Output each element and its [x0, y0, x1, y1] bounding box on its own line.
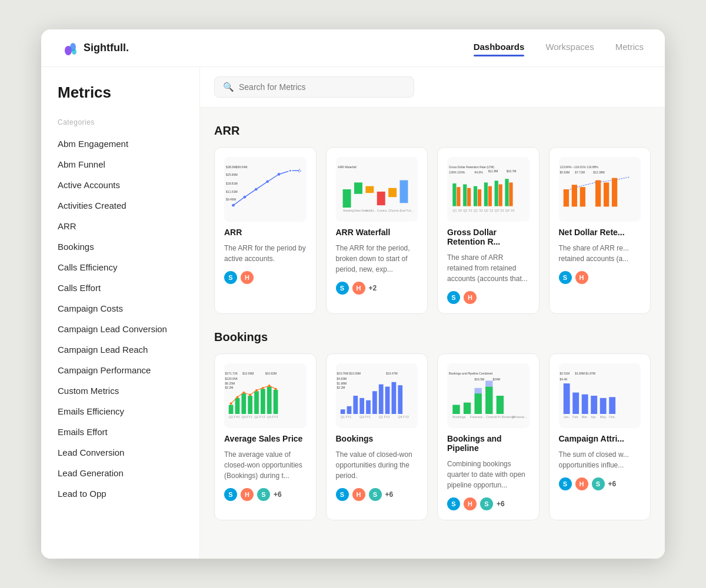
card-bap[interactable]: Bookings and Pipeline Combined $16.5M $2…	[437, 353, 540, 520]
nav-workspaces[interactable]: Workspaces	[545, 42, 594, 54]
icon-salesforce-2: S	[336, 282, 349, 295]
svg-text:Apr.: Apr.	[591, 415, 597, 419]
sidebar-item-abm-funnel[interactable]: Abm Funnel	[58, 154, 199, 175]
svg-rect-38	[478, 189, 481, 206]
card-bookings-chart: $19.76M $10.93M $10.47M $4.63M $1.98M $2…	[336, 363, 418, 428]
svg-text:Q1 FY1: Q1 FY1	[340, 415, 351, 419]
svg-rect-128	[600, 398, 606, 414]
svg-text:$12.38M: $12.38M	[593, 171, 605, 174]
card-gdr-name: Gross Dollar Retention R...	[447, 228, 530, 246]
svg-text:$10.62M: $10.62M	[265, 372, 277, 375]
card-asp[interactable]: $271.72K $12.93M $10.62M $220.95K $6.25M…	[214, 353, 317, 520]
svg-rect-71	[254, 391, 259, 414]
sidebar-item-lead-to-opp[interactable]: Lead to Opp	[58, 483, 199, 504]
svg-point-80	[262, 387, 264, 389]
svg-text:$25.96M: $25.96M	[226, 173, 238, 176]
svg-rect-39	[484, 182, 488, 206]
sidebar-item-custom-metrics[interactable]: Custom Metrics	[58, 380, 199, 401]
svg-text:Q1 FY2: Q1 FY2	[378, 415, 389, 419]
svg-rect-21	[399, 181, 408, 203]
svg-rect-93	[347, 406, 351, 414]
svg-point-78	[249, 394, 251, 396]
svg-rect-16	[342, 189, 351, 208]
card-ndr-icons: S H	[559, 271, 641, 284]
card-bookings-plus: +6	[385, 490, 394, 499]
card-arr-waterfall-plus: +2	[369, 284, 377, 292]
logo-icon	[62, 40, 79, 56]
card-arr-icons: S H	[224, 271, 307, 284]
search-input-wrap[interactable]: 🔍	[214, 76, 414, 98]
icon-s-ca: S	[592, 477, 605, 490]
search-bar: 🔍	[200, 67, 665, 108]
svg-text:$4.63M: $4.63M	[337, 377, 347, 380]
sidebar-item-calls-effort[interactable]: Calls Effort	[58, 278, 199, 298]
svg-text:123.84% ~119.01% 119.88%: 123.84% ~119.01% 119.88%	[560, 165, 598, 169]
svg-rect-129	[609, 397, 615, 414]
svg-text:Jan..: Jan..	[563, 415, 570, 419]
sidebar-item-campaign-lead-conversion[interactable]: Campaign Lead Conversion	[58, 319, 199, 339]
icon-sf-bk: S	[336, 488, 349, 501]
svg-text:$6.25M: $6.25M	[225, 382, 235, 385]
sidebar-item-lead-conversion[interactable]: Lead Conversion	[58, 442, 199, 463]
icon-sf-bap: S	[447, 497, 460, 510]
svg-rect-96	[366, 400, 371, 414]
svg-text:Q1 '20: Q1 '20	[452, 209, 462, 212]
svg-rect-125	[572, 393, 579, 414]
nav-dashboards[interactable]: Dashboards	[474, 42, 525, 54]
card-bookings[interactable]: $19.76M $10.93M $10.47M $4.63M $1.98M $2…	[326, 353, 428, 520]
section-arr-title: ARR	[214, 124, 651, 138]
svg-rect-55	[563, 189, 568, 206]
sidebar-item-campaign-lead-reach[interactable]: Campaign Lead Reach	[58, 339, 199, 360]
sidebar-item-bookings[interactable]: Bookings	[58, 236, 199, 257]
nav-metrics[interactable]: Metrics	[615, 42, 644, 54]
svg-text:94.0%: 94.0%	[475, 171, 484, 174]
sidebar-item-activities-created[interactable]: Activities Created	[58, 195, 199, 216]
svg-text:$11.53M: $11.53M	[226, 190, 238, 193]
svg-rect-40	[488, 186, 492, 206]
sidebar-item-active-accounts[interactable]: Active Accounts	[58, 175, 199, 195]
svg-text:$4.4K: $4.4K	[560, 377, 568, 381]
icon-s-bk: S	[369, 488, 382, 501]
svg-text:Mar.: Mar.	[581, 415, 588, 419]
svg-rect-113	[485, 387, 492, 415]
svg-rect-115	[497, 396, 504, 414]
svg-rect-97	[372, 391, 377, 414]
card-arr-waterfall-desc: The ARR for the period, broken down to s…	[336, 243, 418, 275]
svg-text:Q4 '23: Q4 '23	[505, 209, 514, 212]
icon-s-asp: S	[257, 488, 270, 501]
card-campaign-attr[interactable]: $2.51M $1.88M $1.87M $4.4K Jan..	[549, 353, 651, 520]
sidebar-item-arr[interactable]: ARR	[58, 216, 199, 236]
svg-rect-101	[398, 385, 402, 414]
sidebar-item-emails-effort[interactable]: Emails Effort	[58, 422, 199, 442]
sidebar-item-calls-efficiency[interactable]: Calls Efficiency	[58, 257, 199, 278]
sidebar-item-emails-efficiency[interactable]: Emails Efficiency	[58, 401, 199, 422]
svg-text:$10.47M: $10.47M	[386, 372, 398, 375]
bookings-cards-row: $271.72K $12.93M $10.62M $220.95K $6.25M…	[214, 353, 651, 520]
svg-point-12	[278, 173, 281, 176]
icon-hubspot-4: H	[575, 271, 588, 284]
svg-text:Q2 '21: Q2 '21	[463, 209, 472, 212]
svg-text:Feb.: Feb.	[609, 415, 615, 419]
card-arr[interactable]: $38.0M$36.04M $25.96M $18.81M $11.53M $9…	[214, 147, 317, 314]
svg-point-11	[266, 181, 269, 183]
card-arr-waterfall[interactable]: ARR Waterfall Starting New New Ad	[326, 147, 428, 314]
sidebar-item-campaign-costs[interactable]: Campaign Costs	[58, 298, 199, 319]
svg-rect-60	[611, 178, 617, 207]
content-area: ARR $38.0M$36.04M $25.96M $18.81M $11.53…	[200, 108, 665, 559]
card-ndr-chart: 123.84% ~119.01% 119.88% $5.63M $7.72M $…	[559, 157, 641, 222]
svg-rect-114	[485, 380, 492, 386]
sidebar-item-lead-generation[interactable]: Lead Generation	[58, 463, 199, 483]
card-gdr[interactable]: Gross Dollar Retention Rate (LTM) 100% 1…	[437, 147, 540, 314]
sidebar-item-abm-engagement[interactable]: Abm Engagement	[58, 133, 199, 154]
card-asp-plus: +6	[274, 490, 282, 499]
app-window: Sightfull. Dashboards Workspaces Metrics…	[41, 29, 665, 559]
svg-text:$24M: $24M	[493, 377, 501, 381]
card-ndr-name: Net Dollar Rete...	[559, 228, 641, 237]
sidebar-item-campaign-performance[interactable]: Campaign Performance	[58, 360, 199, 380]
card-arr-waterfall-icons: S H +2	[336, 282, 418, 295]
svg-text:$5.63M: $5.63M	[560, 171, 570, 174]
card-ndr[interactable]: 123.84% ~119.01% 119.88% $5.63M $7.72M $…	[549, 147, 651, 314]
search-input[interactable]	[239, 82, 405, 92]
card-ndr-desc: The share of ARR re... retained accounts…	[559, 243, 641, 264]
svg-text:$16.5M: $16.5M	[475, 377, 485, 381]
